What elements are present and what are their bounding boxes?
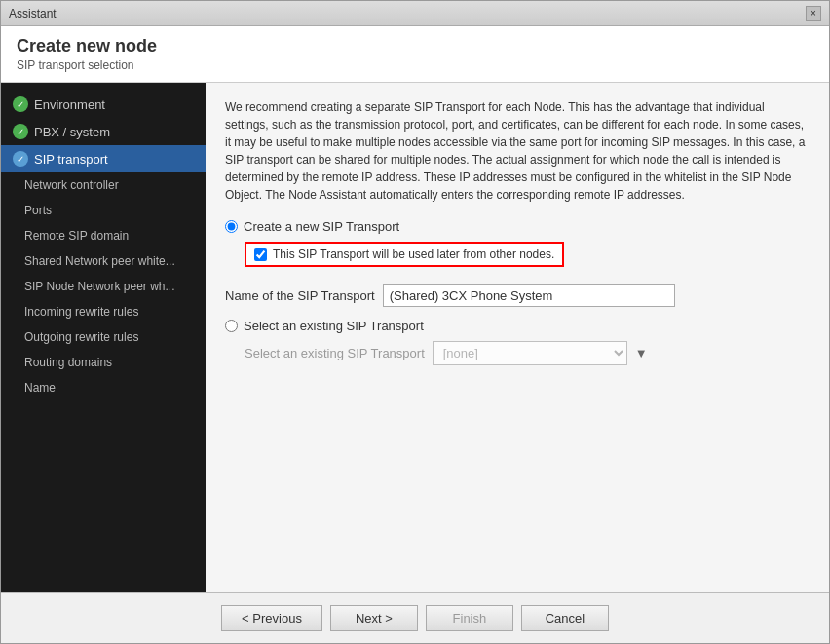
sidebar-item-environment[interactable]: ✓ Environment (1, 91, 206, 118)
window-title: Assistant (9, 7, 57, 20)
description-text: We recommend creating a separate SIP Tra… (225, 98, 810, 204)
page-subtitle: SIP transport selection (17, 58, 813, 72)
name-field-label: Name of the SIP Transport (225, 288, 375, 303)
sidebar-label-ports: Ports (24, 204, 52, 217)
sidebar-item-shared-network-peer[interactable]: Shared Network peer white... (1, 248, 206, 274)
page-title: Create new node (17, 36, 813, 57)
radio-existing-input[interactable] (225, 320, 238, 332)
select-existing-group: Select an existing SIP Transport Select … (225, 319, 810, 365)
next-button[interactable]: Next > (330, 605, 418, 631)
sidebar-label-environment: Environment (34, 97, 105, 112)
main-content: We recommend creating a separate SIP Tra… (206, 83, 829, 592)
sidebar-item-network-controller[interactable]: Network controller (1, 172, 206, 198)
name-form-row: Name of the SIP Transport (225, 284, 810, 307)
sidebar-label-outgoing: Outgoing rewrite rules (24, 330, 138, 344)
previous-button[interactable]: < Previous (221, 605, 322, 631)
sidebar-label-network-controller: Network controller (24, 178, 119, 192)
sidebar-label-sip-node: SIP Node Network peer wh... (24, 280, 175, 293)
sidebar-item-outgoing-rewrite[interactable]: Outgoing rewrite rules (1, 324, 206, 350)
header: Create new node SIP transport selection (1, 26, 829, 83)
checkbox-shared-label[interactable]: This SIP Transport will be used later fr… (273, 247, 554, 261)
radio-create-input[interactable] (225, 220, 238, 233)
sidebar-label-name: Name (24, 381, 56, 395)
footer: < Previous Next > Finish Cancel (1, 592, 829, 643)
chevron-down-icon: ▼ (635, 346, 648, 360)
radio-create-option: Create a new SIP Transport (225, 219, 810, 234)
title-bar: Assistant × (1, 1, 829, 26)
content-area: ✓ Environment ✓ PBX / system ✓ SIP trans… (1, 83, 829, 592)
sidebar-label-remote-sip: Remote SIP domain (24, 229, 129, 243)
sidebar-item-ports[interactable]: Ports (1, 198, 206, 223)
cancel-button[interactable]: Cancel (521, 605, 609, 631)
finish-button[interactable]: Finish (426, 605, 513, 631)
checkbox-shared-input[interactable] (254, 248, 267, 261)
sidebar-label-shared-peer: Shared Network peer white... (24, 254, 175, 268)
sidebar-item-routing-domains[interactable]: Routing domains (1, 350, 206, 375)
existing-select-label: Select an existing SIP Transport (245, 346, 425, 360)
sidebar-label-pbx: PBX / system (34, 125, 110, 139)
checkbox-highlighted-container: This SIP Transport will be used later fr… (245, 242, 564, 267)
sidebar-item-pbx-system[interactable]: ✓ PBX / system (1, 118, 206, 145)
check-icon-pbx: ✓ (13, 124, 28, 139)
main-window: Assistant × Create new node SIP transpor… (0, 0, 830, 644)
sidebar-label-incoming: Incoming rewrite rules (24, 305, 138, 319)
sidebar-label-sip: SIP transport (34, 152, 108, 167)
check-icon-sip: ✓ (13, 151, 28, 167)
radio-existing-label[interactable]: Select an existing SIP Transport (244, 319, 424, 333)
sidebar: ✓ Environment ✓ PBX / system ✓ SIP trans… (1, 83, 206, 592)
close-button[interactable]: × (806, 6, 821, 21)
sidebar-label-routing: Routing domains (24, 356, 112, 369)
radio-create-label[interactable]: Create a new SIP Transport (244, 219, 399, 234)
sidebar-item-sip-node-network-peer[interactable]: SIP Node Network peer wh... (1, 274, 206, 299)
create-new-group: Create a new SIP Transport This SIP Tran… (225, 219, 810, 307)
name-field-input[interactable] (383, 284, 675, 307)
sidebar-item-remote-sip-domain[interactable]: Remote SIP domain (1, 223, 206, 248)
sidebar-item-incoming-rewrite[interactable]: Incoming rewrite rules (1, 299, 206, 324)
existing-select-row: Select an existing SIP Transport [none] … (245, 341, 810, 365)
sidebar-item-name[interactable]: Name (1, 375, 206, 400)
check-icon-environment: ✓ (13, 96, 28, 112)
sidebar-item-sip-transport[interactable]: ✓ SIP transport (1, 145, 206, 172)
radio-existing-option: Select an existing SIP Transport (225, 319, 810, 333)
existing-select-dropdown[interactable]: [none] (433, 341, 627, 365)
